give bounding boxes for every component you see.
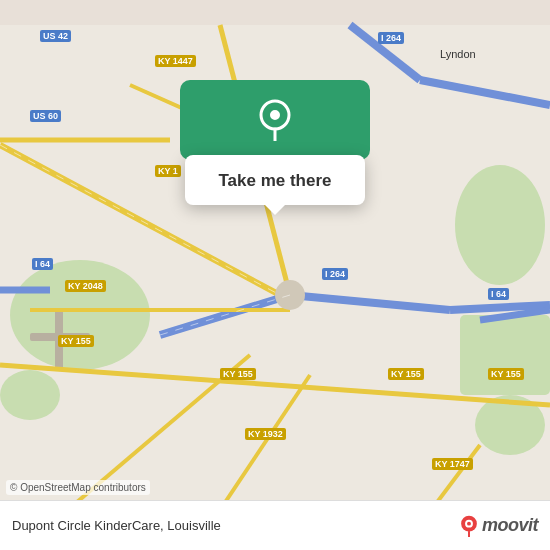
road-label-i64-left: I 64 <box>32 258 53 270</box>
road-label-i264-mid: I 264 <box>322 268 348 280</box>
svg-point-1 <box>10 260 150 370</box>
location-label: Dupont Circle KinderCare, Louisville <box>12 518 221 533</box>
svg-point-2 <box>455 165 545 285</box>
road-label-ky155-right: KY 155 <box>388 368 424 380</box>
road-label-ky155-left: KY 155 <box>58 335 94 347</box>
svg-point-4 <box>0 370 60 420</box>
road-label-ky1447: KY 1447 <box>155 55 196 67</box>
road-label-ky1747: KY 1747 <box>432 458 473 470</box>
road-label-i64-right: I 64 <box>488 288 509 300</box>
location-pin-icon <box>257 99 293 141</box>
road-label-ky2048: KY 2048 <box>65 280 106 292</box>
road-label-ky155-far: KY 155 <box>488 368 524 380</box>
take-me-there-button[interactable]: Take me there <box>218 171 331 191</box>
popup-card: Take me there <box>185 155 365 205</box>
road-label-ky1932: KY 1932 <box>245 428 286 440</box>
place-label-lyndon: Lyndon <box>440 48 476 60</box>
location-marker-box <box>180 80 370 160</box>
road-label-ky155-mid: KY 155 <box>220 368 256 380</box>
svg-rect-3 <box>460 315 550 395</box>
svg-point-31 <box>467 521 471 525</box>
bottom-bar: Dupont Circle KinderCare, Louisville moo… <box>0 500 550 550</box>
svg-point-28 <box>269 109 281 121</box>
moovit-pin-icon <box>458 515 480 537</box>
road-label-i264-top: I 264 <box>378 32 404 44</box>
copyright-notice: © OpenStreetMap contributors <box>6 480 150 495</box>
map-container: US 42 US 60 KY 1447 KY 1 KY 2048 KY 155 … <box>0 0 550 550</box>
road-label-us60: US 60 <box>30 110 61 122</box>
moovit-logo: moovit <box>458 515 538 537</box>
road-label-us42: US 42 <box>40 30 71 42</box>
road-label-ky1: KY 1 <box>155 165 181 177</box>
moovit-brand-text: moovit <box>482 515 538 536</box>
